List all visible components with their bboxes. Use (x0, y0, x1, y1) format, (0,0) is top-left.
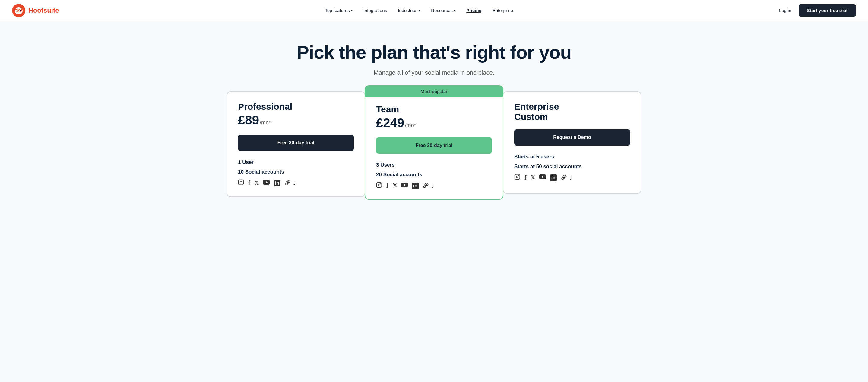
svg-point-23 (519, 175, 519, 176)
feature-accounts-professional: 10 Social accounts (238, 169, 354, 175)
plan-card-team: Most popular Team £249 /mo* Free 30-day … (365, 85, 503, 200)
svg-rect-16 (377, 182, 382, 188)
youtube-icon (401, 182, 408, 189)
hootsuite-owl-icon (12, 4, 25, 17)
start-trial-button[interactable]: Start your free trial (799, 4, 856, 16)
nav-links: Top features ▾ Integrations Industries ▾… (325, 8, 513, 13)
pricing-section: Professional £89 /mo* Free 30-day trial … (0, 91, 868, 218)
svg-rect-21 (515, 174, 520, 179)
feature-users-team: 3 Users (376, 162, 492, 168)
tiktok-icon: ♩ (293, 180, 296, 186)
pinterest-icon: 𝒫 (561, 174, 565, 181)
chevron-down-icon: ▾ (454, 9, 456, 12)
plan-price-team: £249 /mo* (376, 116, 492, 130)
nav-top-features[interactable]: Top features ▾ (325, 8, 352, 13)
plan-title-team: Team (376, 104, 492, 114)
price-period-professional: /mo* (260, 119, 271, 126)
demo-button-enterprise[interactable]: Request a Demo (514, 129, 630, 145)
linkedin-icon: in (274, 180, 280, 186)
chevron-down-icon: ▾ (418, 9, 420, 12)
pinterest-icon: 𝒫 (285, 179, 289, 186)
feature-accounts-enterprise: Starts at 50 social accounts (514, 164, 630, 170)
plan-title-professional: Professional (238, 102, 354, 112)
plan-price-professional: £89 /mo* (238, 113, 354, 128)
chevron-down-icon: ▾ (351, 9, 352, 12)
hero-subtitle: Manage all of your social media in one p… (12, 69, 856, 76)
svg-point-22 (516, 176, 519, 178)
navbar: Hootsuite Top features ▾ Integrations In… (0, 0, 868, 21)
feature-users-professional: 1 User (238, 160, 354, 165)
feature-accounts-team: 20 Social accounts (376, 172, 492, 178)
price-amount-team: £249 (376, 116, 404, 130)
tiktok-icon: ♩ (431, 182, 434, 189)
hero-section: Pick the plan that's right for you Manag… (0, 21, 868, 91)
trial-button-professional[interactable]: Free 30-day trial (238, 135, 354, 151)
logo-text: Hootsuite (28, 7, 59, 14)
youtube-icon (263, 180, 270, 186)
facebook-icon: f (525, 174, 527, 181)
facebook-icon: f (248, 179, 250, 186)
feature-users-enterprise: Starts at 5 users (514, 154, 630, 160)
nav-integrations[interactable]: Integrations (364, 8, 387, 13)
nav-resources[interactable]: Resources ▾ (431, 8, 456, 13)
plan-title-enterprise: Enterprise Custom (514, 102, 630, 122)
instagram-icon (238, 179, 244, 187)
social-icons-team: f 𝕏 in 𝒫 ♩ (376, 182, 492, 189)
login-button[interactable]: Log in (779, 8, 792, 13)
facebook-icon: f (386, 182, 389, 189)
twitter-icon: 𝕏 (393, 182, 397, 189)
svg-point-18 (380, 183, 381, 184)
price-period-team: /mo* (405, 122, 416, 129)
plan-card-professional: Professional £89 /mo* Free 30-day trial … (226, 91, 365, 197)
plan-card-enterprise: Enterprise Custom Request a Demo Starts … (503, 91, 642, 194)
svg-point-17 (378, 184, 380, 186)
nav-industries[interactable]: Industries ▾ (398, 8, 420, 13)
nav-actions: Log in Start your free trial (779, 4, 856, 16)
social-icons-enterprise: f 𝕏 in 𝒫 ♩ (514, 174, 630, 181)
svg-point-13 (242, 181, 243, 181)
pinterest-icon: 𝒫 (423, 182, 427, 189)
twitter-icon: 𝕏 (531, 174, 535, 181)
nav-enterprise[interactable]: Enterprise (493, 8, 513, 13)
twitter-icon: 𝕏 (254, 180, 259, 186)
instagram-icon (514, 174, 520, 181)
linkedin-icon: in (550, 174, 557, 181)
most-popular-badge: Most popular (365, 86, 503, 97)
nav-pricing[interactable]: Pricing (466, 8, 482, 13)
linkedin-icon: in (412, 182, 418, 189)
price-amount-professional: £89 (238, 113, 259, 128)
svg-point-12 (240, 181, 242, 183)
social-icons-professional: f 𝕏 in 𝒫 ♩ (238, 179, 354, 187)
trial-button-team[interactable]: Free 30-day trial (376, 137, 492, 154)
instagram-icon (376, 182, 382, 189)
tiktok-icon: ♩ (569, 174, 572, 181)
youtube-icon (539, 174, 546, 181)
hero-title: Pick the plan that's right for you (12, 42, 856, 63)
svg-rect-11 (239, 180, 244, 185)
logo[interactable]: Hootsuite (12, 4, 59, 17)
